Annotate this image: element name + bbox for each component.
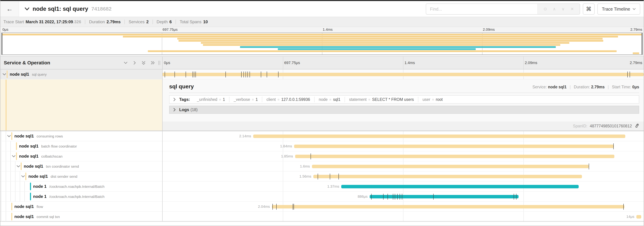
span-detail-meta: Service: node sql1|Duration: 2.79ms|Star… (532, 85, 639, 89)
log-marker (278, 72, 278, 77)
span-row[interactable]: node sql1dist sender send1.56ms (0, 171, 644, 181)
span-row[interactable]: node sql1flow2.04ms (0, 202, 644, 212)
span-duration-bar[interactable] (162, 73, 644, 76)
span-timeline-cell[interactable]: 2.14ms (162, 131, 644, 141)
copy-link-icon[interactable] (634, 123, 639, 129)
span-row[interactable]: node sql1txn coordinator send1.6ms (0, 161, 644, 171)
span-duration-bar[interactable] (370, 195, 518, 198)
span-duration-bar[interactable] (294, 145, 614, 148)
span-row[interactable]: node sql1commit sql txn14μs (0, 212, 644, 222)
next-match-icon[interactable]: ∨ (562, 7, 565, 12)
span-name-cell[interactable]: node sql1consuming rows (0, 131, 162, 141)
column-divider[interactable] (162, 69, 162, 221)
span-timeline-cell[interactable]: 1.85ms (162, 151, 644, 161)
tree-guide-line (1, 151, 2, 161)
span-row[interactable]: node sql1batch flow coordinator1.84ms (0, 141, 644, 151)
span-name-cell[interactable]: node sql1batch flow coordinator (0, 141, 162, 151)
span-duration-label: 2.04ms (258, 204, 272, 209)
expand-collapse-icon[interactable] (2, 72, 6, 76)
service-operation-header: Service & Operation (0, 57, 162, 69)
tree-guide-line (10, 151, 11, 161)
tree-guide-line (20, 171, 20, 181)
gridline (283, 57, 283, 69)
span-timeline-cell[interactable]: 1.37ms (162, 181, 644, 191)
logs-accordion[interactable]: Logs(18) (169, 106, 639, 114)
column-resize-handle[interactable] (158, 61, 160, 65)
span-duration-bar[interactable] (341, 185, 579, 188)
service-name: node sql1 (24, 164, 43, 169)
span-name-cell[interactable]: node sql1commit sql txn (0, 212, 162, 221)
span-row[interactable]: node 1/cockroach.roachpb.Internal/Batch1… (0, 181, 644, 192)
span-name-cell[interactable]: node 1/cockroach.roachpb.Internal/Batch (0, 181, 162, 191)
keyboard-shortcuts-button[interactable]: ⌘ (583, 4, 594, 15)
clear-search-icon[interactable]: ✕ (570, 7, 574, 12)
span-duration-bar[interactable] (636, 215, 641, 218)
span-timeline-cell[interactable]: 1.84ms (162, 141, 644, 151)
back-button[interactable]: ← (0, 1, 19, 17)
span-duration-label: 1.85ms (281, 154, 295, 158)
span-duration-bar[interactable] (312, 165, 589, 168)
trace-view-selector[interactable]: Trace Timeline (598, 4, 640, 15)
tag-pill: statement=SELECT * FROM users (344, 97, 418, 102)
tree-guide-line (20, 192, 20, 201)
span-duration-bar[interactable] (272, 205, 624, 208)
span-row[interactable]: node sql1colbatchscan1.85ms (0, 151, 644, 161)
expand-collapse-icon[interactable] (16, 164, 20, 168)
collapse-all-icon[interactable] (142, 60, 146, 66)
service-color-bar (20, 162, 22, 170)
axis-tick-label: 0μs (162, 57, 170, 69)
span-timeline-cell[interactable]: 1.56ms (162, 171, 644, 181)
span-name-cell[interactable]: node sql1sql query (0, 69, 162, 79)
expand-all-icon[interactable] (151, 60, 154, 66)
tree-guide-line (6, 212, 6, 221)
log-marker (196, 72, 196, 77)
prev-match-icon[interactable]: ∧ (553, 7, 556, 12)
trace-summary-bar: Trace StartMarch 31 2022, 17:25:09.326Du… (0, 17, 644, 27)
service-color-bar (30, 193, 31, 200)
locate-icon[interactable]: ⊙ (544, 7, 547, 12)
log-marker (246, 72, 246, 77)
tree-guide-line (1, 171, 2, 181)
span-detail-content: sql queryService: node sql1|Duration: 2.… (162, 80, 644, 131)
axis-tick-label: 2.79ms (630, 57, 644, 69)
span-row[interactable]: node 1/cockroach.roachpb.Internal/Batch8… (0, 192, 644, 202)
log-marker (174, 72, 175, 77)
minimap-drag-handle[interactable] (642, 33, 642, 55)
span-name: node sql1batch flow coordinator (19, 144, 77, 149)
log-marker (194, 72, 194, 77)
span-name-cell[interactable]: node sql1dist sender send (0, 171, 162, 181)
service-color-bar (16, 142, 17, 150)
minimap-canvas[interactable] (2, 33, 642, 55)
tree-guide-line (6, 192, 6, 201)
collapse-one-icon[interactable] (124, 60, 128, 66)
span-duration-bar[interactable] (253, 135, 625, 138)
collapse-trace-header-icon[interactable] (24, 7, 30, 11)
span-name-cell[interactable]: node 1/cockroach.roachpb.Internal/Batch (0, 192, 162, 201)
span-timeline-cell[interactable]: 886μs (162, 192, 644, 201)
span-timeline-cell[interactable]: 1.6ms (162, 161, 644, 171)
timeline-header-row: Service & Operation 0μs697.75μs1.4ms2.09… (0, 56, 644, 69)
minimap-drag-handle[interactable] (2, 33, 2, 55)
span-duration-bar[interactable] (313, 175, 582, 178)
span-name-cell[interactable]: node sql1txn coordinator send (0, 161, 162, 171)
gridline (403, 57, 404, 69)
span-row[interactable]: node sql1sql query (0, 69, 644, 80)
tags-accordion[interactable]: Tags:_unfinished=1_verbose=1client=127.0… (169, 95, 639, 104)
span-timeline-cell[interactable]: 2.04ms (162, 202, 644, 211)
span-name: node sql1colbatchscan (19, 154, 62, 159)
empty-area (0, 222, 644, 226)
span-row[interactable]: node sql1consuming rows2.14ms (0, 131, 644, 141)
log-marker (244, 72, 244, 77)
span-name-cell[interactable]: node sql1flow (0, 202, 162, 211)
expand-collapse-icon[interactable] (21, 174, 25, 178)
span-timeline-cell[interactable] (162, 69, 644, 79)
expand-collapse-icon[interactable] (7, 134, 11, 138)
span-timeline-cell[interactable]: 14μs (162, 212, 644, 221)
span-name-cell[interactable]: node sql1colbatchscan (0, 151, 162, 161)
span-duration-bar[interactable] (295, 155, 614, 158)
expand-collapse-icon[interactable] (12, 154, 16, 158)
find-input[interactable] (426, 4, 538, 14)
log-marker (589, 163, 589, 169)
expand-one-icon[interactable] (133, 60, 136, 66)
trace-info-value: 2 (146, 20, 148, 24)
